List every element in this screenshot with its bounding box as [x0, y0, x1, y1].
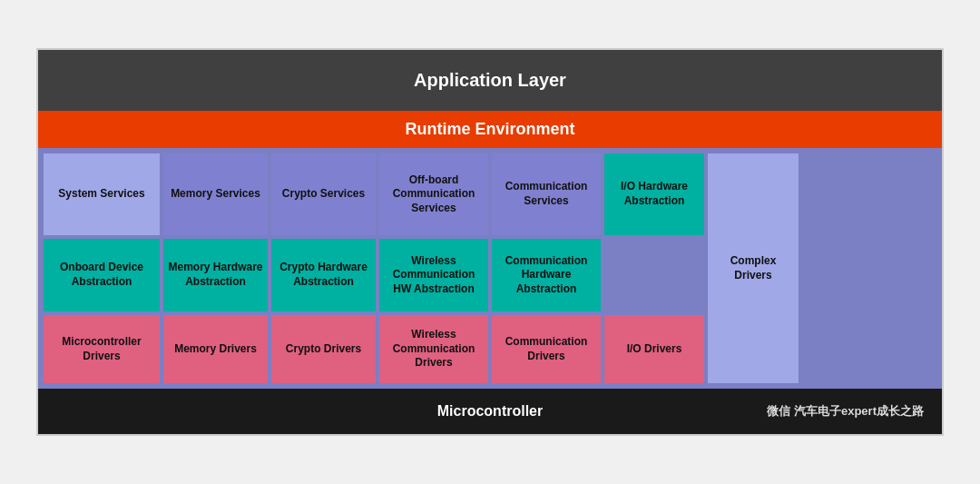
diagram-wrapper: Application Layer Runtime Environment Sy… — [36, 48, 944, 436]
system-services-cell: System Services — [44, 153, 160, 235]
comm-drivers-label: Communication Drivers — [495, 335, 597, 363]
comm-services-label: Communication Services — [495, 180, 597, 208]
col-system: System Services Onboard Device Abstracti… — [44, 153, 160, 383]
comm-abstraction-cell: Communication Hardware Abstraction — [492, 239, 601, 311]
offboard-services-cell: Off-board Communication Services — [379, 153, 488, 235]
complex-drivers-cell: Complex Drivers — [708, 153, 799, 383]
crypto-abstraction-label: Crypto Hardware Abstraction — [275, 261, 372, 289]
offboard-services-label: Off-board Communication Services — [383, 173, 485, 216]
crypto-drivers-label: Crypto Drivers — [286, 342, 361, 357]
runtime-env: Runtime Environment — [38, 111, 942, 148]
crypto-drivers-cell: Crypto Drivers — [271, 315, 376, 383]
crypto-services-label: Crypto Services — [282, 187, 365, 202]
microcontroller-bar: Microcontroller 微信 汽车电子expert成长之路 — [38, 389, 942, 434]
comm-drivers-cell: Communication Drivers — [492, 315, 601, 383]
microcontroller-label: Microcontroller — [437, 403, 543, 419]
io-drivers-label: I/O Drivers — [627, 342, 682, 357]
watermark: 微信 汽车电子expert成长之路 — [767, 403, 924, 420]
onboard-abstraction-cell: Onboard Device Abstraction — [44, 239, 160, 311]
system-services-label: System Services — [58, 187, 144, 202]
main-grid: System Services Onboard Device Abstracti… — [38, 148, 942, 389]
io-empty-cell — [604, 239, 704, 311]
offboard-drivers-cell: Wireless Communication Drivers — [379, 315, 488, 383]
offboard-abstraction-label: Wireless Communication HW Abstraction — [383, 254, 485, 297]
app-layer: Application Layer — [38, 50, 942, 111]
col-crypto: Crypto Services Crypto Hardware Abstract… — [271, 153, 376, 383]
memory-drivers-label: Memory Drivers — [174, 342, 257, 357]
comm-services-cell: Communication Services — [492, 153, 601, 235]
io-drivers-cell: I/O Drivers — [604, 315, 704, 383]
memory-abstraction-label: Memory Hardware Abstraction — [167, 261, 264, 289]
app-layer-label: Application Layer — [414, 70, 566, 90]
microcontroller-drivers-cell: Microcontroller Drivers — [44, 315, 160, 383]
memory-abstraction-cell: Memory Hardware Abstraction — [163, 239, 268, 311]
memory-drivers-cell: Memory Drivers — [163, 315, 268, 383]
col-memory: Memory Services Memory Hardware Abstract… — [163, 153, 268, 383]
crypto-abstraction-cell: Crypto Hardware Abstraction — [271, 239, 376, 311]
col-complex: Complex Drivers — [708, 153, 799, 383]
offboard-drivers-label: Wireless Communication Drivers — [383, 328, 485, 370]
offboard-abstraction-cell: Wireless Communication HW Abstraction — [379, 239, 488, 311]
comm-abstraction-label: Communication Hardware Abstraction — [495, 254, 597, 297]
onboard-abstraction-label: Onboard Device Abstraction — [49, 261, 154, 289]
memory-services-cell: Memory Services — [163, 153, 268, 235]
col-offboard: Off-board Communication Services Wireles… — [379, 153, 488, 383]
memory-services-label: Memory Services — [171, 187, 260, 202]
crypto-services-cell: Crypto Services — [271, 153, 376, 235]
runtime-env-label: Runtime Environment — [405, 120, 574, 138]
col-comm: Communication Services Communication Har… — [492, 153, 601, 383]
microcontroller-drivers-label: Microcontroller Drivers — [49, 335, 154, 363]
complex-drivers-label: Complex Drivers — [713, 254, 793, 282]
io-hw-abs-label: I/O Hardware Abstraction — [610, 180, 699, 208]
col-io: I/O Hardware Abstraction I/O Drivers — [604, 153, 704, 383]
io-hw-abs-cell: I/O Hardware Abstraction — [604, 153, 704, 235]
